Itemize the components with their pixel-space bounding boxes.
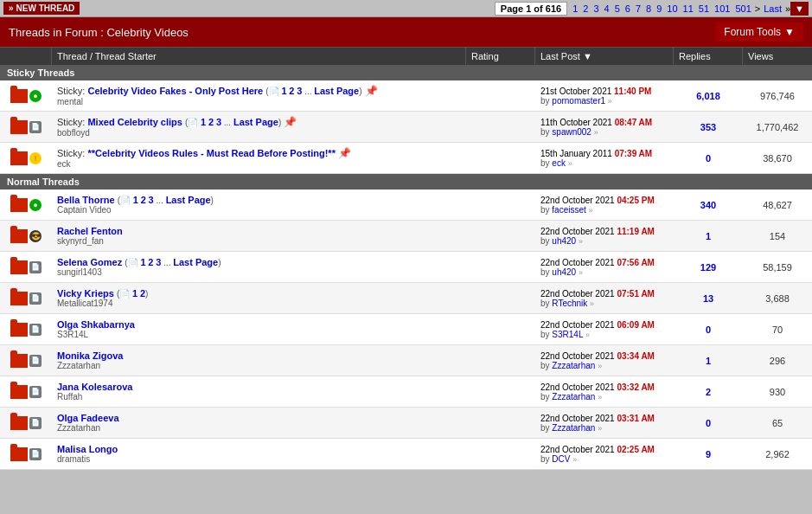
thread-page-link[interactable]: 2 bbox=[148, 257, 153, 267]
replies-link[interactable]: 340 bbox=[700, 200, 716, 210]
replies-link[interactable]: 13 bbox=[703, 293, 713, 304]
last-post-date: 22nd October 2021 bbox=[540, 414, 617, 423]
page-link-101[interactable]: 101 bbox=[713, 3, 732, 14]
replies-link[interactable]: 0 bbox=[706, 324, 711, 335]
thread-page-link[interactable]: 1 bbox=[132, 288, 137, 299]
thread-title-link[interactable]: Monika Zigova bbox=[57, 350, 123, 361]
page-link-1[interactable]: 1 bbox=[571, 3, 579, 14]
last-post-date: 22nd October 2021 bbox=[540, 351, 617, 361]
thread-title-link[interactable]: **Celebrity Videos Rules - Must Read Bef… bbox=[87, 148, 335, 158]
sort-icon: ▼ bbox=[583, 51, 592, 61]
thread-starter: S3R14L bbox=[57, 330, 461, 339]
thread-page-link[interactable]: 2 bbox=[289, 86, 294, 96]
replies-cell: 0 bbox=[674, 414, 743, 432]
last-post-user-link[interactable]: eck bbox=[552, 158, 566, 168]
page-link-7[interactable]: 7 bbox=[634, 3, 643, 14]
thread-title-link[interactable]: Celebrity Video Fakes - Only Post Here bbox=[87, 86, 263, 96]
last-post-user-link[interactable]: spawn002 bbox=[552, 127, 591, 137]
last-post-user-link[interactable]: S3R14L bbox=[552, 330, 583, 339]
forum-tools-label: Forum Tools bbox=[724, 26, 781, 38]
page-link-2[interactable]: 2 bbox=[581, 3, 590, 14]
page-link-5[interactable]: 5 bbox=[613, 3, 622, 14]
rating-cell bbox=[466, 93, 535, 100]
thread-info-cell: Sticky: Celebrity Video Fakes - Only Pos… bbox=[52, 81, 466, 110]
thread-last-page-link[interactable]: Last Page bbox=[173, 257, 218, 267]
thread-starter: eck bbox=[57, 159, 461, 169]
thread-page-link[interactable]: 3 bbox=[216, 117, 221, 127]
thread-page-link[interactable]: 1 bbox=[281, 86, 286, 96]
thread-title-link[interactable]: Mixed Celebrity clips bbox=[87, 117, 182, 127]
replies-link[interactable]: 1 bbox=[706, 356, 711, 366]
thread-title-link[interactable]: Rachel Fenton bbox=[57, 226, 123, 236]
thread-page-link[interactable]: 1 bbox=[133, 195, 138, 205]
page-link-10[interactable]: 10 bbox=[665, 3, 679, 14]
last-post-cell: 22nd October 2021 06:09 AM by S3R14L » bbox=[535, 318, 674, 342]
last-post-user-link[interactable]: pornomaster1 bbox=[552, 96, 605, 106]
page-last-link[interactable]: Last bbox=[762, 3, 783, 14]
thread-info-cell: Olga ShkabarnyaS3R14L bbox=[52, 316, 466, 343]
thread-title-link[interactable]: Jana Kolesarova bbox=[57, 382, 132, 392]
replies-link[interactable]: 353 bbox=[700, 122, 716, 132]
thread-starter: mental bbox=[57, 97, 461, 106]
thread-title-link[interactable]: Olga Fadeeva bbox=[57, 413, 119, 423]
page-link-4[interactable]: 4 bbox=[603, 3, 611, 14]
last-post-user-link[interactable]: Zzzatarhan bbox=[552, 361, 595, 370]
rating-cell bbox=[466, 295, 535, 302]
page-link-501[interactable]: 501 bbox=[733, 3, 752, 14]
page-link-8[interactable]: 8 bbox=[644, 3, 653, 14]
views-cell: 296 bbox=[743, 352, 812, 369]
last-post-user-link[interactable]: uh420 bbox=[552, 236, 576, 246]
thread-page-link[interactable]: 1 bbox=[140, 257, 145, 267]
thread-last-page-link[interactable]: Last Page bbox=[314, 86, 359, 96]
last-post-user-link[interactable]: Zzzatarhan bbox=[552, 423, 595, 433]
replies-link[interactable]: 0 bbox=[706, 418, 711, 428]
double-arrow-icon: » bbox=[9, 3, 14, 13]
last-post-user-link[interactable]: Zzzatarhan bbox=[552, 392, 595, 402]
last-post-user-link[interactable]: RTechnik bbox=[552, 299, 587, 308]
replies-link[interactable]: 0 bbox=[706, 153, 711, 164]
thread-title-link[interactable]: Vicky Krieps bbox=[57, 288, 114, 299]
thread-page-links: (📄 1 2 3 ... Last Page) bbox=[118, 196, 214, 205]
last-post-user-link[interactable]: faceisset bbox=[552, 205, 585, 215]
last-post-user-link[interactable]: uh420 bbox=[552, 267, 576, 277]
page-nav-arrow-button[interactable]: ▼ bbox=[790, 2, 809, 16]
page-link-3[interactable]: 3 bbox=[591, 3, 600, 14]
replies-cell: 129 bbox=[674, 259, 743, 276]
thread-page-link[interactable]: 3 bbox=[156, 257, 161, 267]
thread-page-link[interactable]: 2 bbox=[208, 117, 214, 127]
replies-link[interactable]: 2 bbox=[706, 387, 711, 397]
new-thread-button[interactable]: » NEW THREAD bbox=[3, 2, 80, 15]
status-doc-icon: 📄 bbox=[29, 324, 42, 336]
thread-page-link[interactable]: 1 bbox=[201, 117, 206, 127]
forum-tools-button[interactable]: Forum Tools ▼ bbox=[715, 22, 803, 42]
last-post-user-link[interactable]: DCV bbox=[552, 454, 570, 464]
rating-cell bbox=[466, 155, 535, 162]
thread-last-page-link[interactable]: Last Page bbox=[166, 195, 211, 205]
thread-title-link[interactable]: Bella Thorne bbox=[57, 195, 115, 205]
table-row: 📄 Olga ShkabarnyaS3R14L 22nd October 202… bbox=[0, 314, 812, 345]
last-post-time: 07:39 AM bbox=[615, 149, 653, 158]
thread-title-link[interactable]: Selena Gomez bbox=[57, 257, 122, 267]
thread-last-page-link[interactable]: Last Page bbox=[233, 117, 278, 127]
thread-page-link[interactable]: 3 bbox=[149, 195, 154, 205]
replies-link[interactable]: 6,018 bbox=[696, 91, 720, 101]
last-post-time: 03:31 AM bbox=[617, 414, 655, 423]
views-cell: 976,746 bbox=[743, 87, 812, 105]
thread-starter: Zzzatarhan bbox=[57, 361, 461, 370]
replies-link[interactable]: 129 bbox=[700, 262, 716, 273]
page-link-9[interactable]: 9 bbox=[655, 3, 663, 14]
page-link-11[interactable]: 11 bbox=[681, 3, 695, 14]
replies-link[interactable]: 1 bbox=[706, 231, 711, 241]
thread-title-link[interactable]: Olga Shkabarnya bbox=[57, 319, 135, 330]
replies-link[interactable]: 9 bbox=[706, 449, 711, 459]
thread-title-link[interactable]: Malisa Longo bbox=[57, 444, 118, 454]
folder-icon bbox=[10, 292, 28, 305]
thread-page-link[interactable]: 2 bbox=[141, 195, 146, 205]
views-cell: 65 bbox=[743, 414, 812, 432]
page-link-6[interactable]: 6 bbox=[623, 3, 632, 14]
page-link-51[interactable]: 51 bbox=[697, 3, 711, 14]
page-separator: > bbox=[755, 3, 760, 14]
thread-page-link[interactable]: 2 bbox=[140, 288, 145, 299]
thread-page-link[interactable]: 3 bbox=[297, 86, 302, 96]
views-cell: 2,962 bbox=[743, 446, 812, 463]
